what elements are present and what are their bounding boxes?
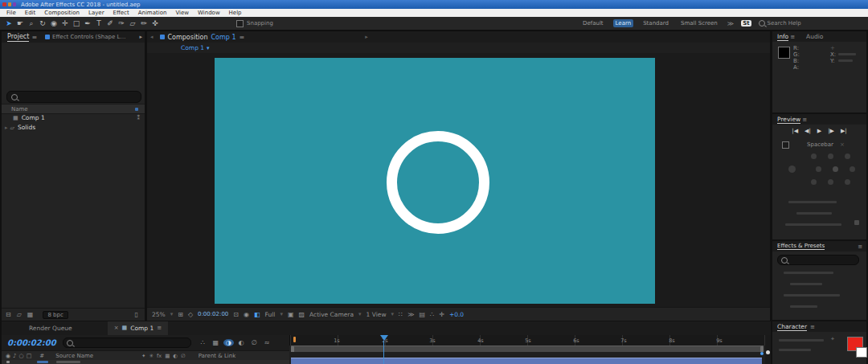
circle-shape[interactable] — [387, 131, 489, 234]
effects-search-input[interactable] — [777, 255, 859, 265]
effects-category-row[interactable] — [784, 272, 833, 274]
menu-file[interactable]: File — [6, 10, 16, 16]
preview-panel-menu-icon[interactable]: ≡ — [802, 117, 807, 123]
include-audio-icon[interactable] — [828, 153, 833, 159]
workspace-small-screen[interactable]: Small Screen — [678, 19, 720, 27]
trash-icon[interactable]: ▯ — [135, 311, 138, 318]
effects-panel-menu-icon[interactable]: ≡ — [858, 243, 862, 250]
composition-mini-flowchart-icon[interactable]: ∴ — [198, 339, 208, 346]
expand-arrow-icon[interactable]: ▸ — [5, 125, 8, 131]
include-video-icon[interactable] — [811, 153, 817, 159]
draft-3d-icon[interactable]: ▦ — [211, 339, 221, 346]
show-snapshot-icon[interactable]: ◉ — [244, 311, 249, 318]
region-of-interest-icon[interactable]: ▣ — [288, 311, 294, 318]
menu-window[interactable]: Window — [198, 10, 220, 16]
fast-previews-icon[interactable]: ≫ — [407, 311, 414, 318]
menu-animation[interactable]: Animation — [138, 10, 167, 16]
preview-include-row-3[interactable] — [772, 175, 866, 188]
navigator-comp-link[interactable]: Comp 1 — [181, 44, 204, 51]
pen-tool-icon[interactable]: ✒ — [82, 19, 93, 27]
type-tool-icon[interactable]: T — [93, 19, 104, 27]
hand-tool-icon[interactable]: ☛ — [14, 19, 26, 27]
3d-view-dropdown-icon[interactable]: ▾ — [358, 311, 362, 317]
play-from-icon[interactable] — [850, 166, 855, 172]
eyedropper-icon[interactable]: ✦ — [830, 336, 835, 342]
loop-icon[interactable] — [788, 166, 796, 173]
menu-help[interactable]: Help — [229, 10, 242, 16]
timeline-panel-menu-icon[interactable]: ≡ — [157, 325, 162, 331]
close-tab-icon[interactable]: × — [114, 325, 119, 331]
workspace-standard[interactable]: Standard — [641, 19, 671, 27]
viewer-timecode[interactable]: 0:00:02:00 — [198, 311, 228, 317]
clone-stamp-tool-icon[interactable]: ✑ — [116, 19, 127, 27]
cache-icon[interactable] — [816, 166, 821, 172]
preview-shortcut-row[interactable]: Spacebar × — [772, 140, 866, 149]
preview-option-toggle[interactable] — [854, 220, 859, 225]
search-help-field[interactable]: Search Help — [759, 20, 801, 27]
motion-blur-switch-icon[interactable]: ∅ — [181, 353, 186, 359]
transparency-grid-icon[interactable]: ▨ — [298, 311, 305, 318]
pixel-aspect-icon[interactable]: ∷ — [399, 311, 403, 318]
track-area[interactable] — [289, 352, 765, 364]
tab-overflow-icon[interactable]: ▸ — [139, 34, 142, 40]
quality-icon[interactable]: ▦ — [165, 353, 170, 359]
collapse-icon[interactable]: ✳ — [149, 353, 154, 359]
play-button[interactable]: ▶ — [817, 128, 821, 134]
timeline-search-input[interactable] — [63, 337, 191, 348]
workspace-overflow-icon[interactable]: ≫ — [727, 20, 734, 27]
roto-brush-tool-icon[interactable]: ✏ — [138, 19, 149, 27]
menu-composition[interactable]: Composition — [44, 10, 80, 16]
camera-tool-icon[interactable]: ◉ — [48, 19, 59, 27]
zoom-tool-icon[interactable]: ⌕ — [26, 19, 37, 28]
effects-category-row[interactable] — [790, 305, 817, 308]
tab-effect-controls[interactable]: Effect Controls (Shape Layer 1) — [52, 34, 126, 40]
font-style-field[interactable] — [779, 349, 811, 351]
tab-project[interactable]: Project — [7, 33, 29, 42]
bit-depth-button[interactable]: 8 bpc — [43, 311, 68, 319]
layer-duration-bar[interactable] — [291, 358, 762, 364]
shy-icon[interactable]: ✦ — [141, 353, 145, 359]
project-search-input[interactable] — [6, 91, 141, 103]
effects-category-row[interactable] — [790, 283, 822, 285]
next-frame-button[interactable]: |▶ — [828, 128, 834, 134]
comp-marker[interactable] — [293, 337, 296, 342]
mini-flowchart-icon[interactable]: ∴ — [430, 311, 434, 318]
snapping-checkbox[interactable] — [236, 20, 244, 27]
workspace-default[interactable]: Default — [580, 19, 606, 27]
effects-category-row[interactable] — [784, 294, 840, 297]
tab-composition[interactable]: Composition — [168, 34, 208, 41]
timeline-button-icon[interactable]: ▤ — [420, 311, 426, 318]
grid-guides-icon[interactable]: ⊞ — [178, 311, 183, 318]
frame-blend-icon[interactable]: ◐ — [173, 353, 178, 359]
character-panel-menu-icon[interactable]: ≡ — [810, 324, 815, 330]
menu-layer[interactable]: Layer — [88, 10, 104, 16]
project-panel-menu-icon[interactable]: ≡ — [31, 34, 37, 41]
panel-scroll-left-icon[interactable]: ◂ — [150, 34, 154, 40]
resolution-dropdown-icon[interactable]: ▾ — [280, 311, 283, 317]
font-family-field[interactable] — [779, 339, 824, 342]
selection-tool-icon[interactable]: ➤ — [3, 19, 14, 27]
last-frame-button[interactable]: ▶| — [841, 128, 847, 134]
layer-label-chip[interactable] — [37, 361, 48, 363]
snapping-control[interactable]: Snapping — [236, 20, 273, 27]
timeline-scrollbar[interactable] — [765, 335, 771, 364]
index-column-label[interactable]: # — [39, 353, 44, 359]
resolution-select[interactable]: Full — [265, 311, 276, 318]
tab-info[interactable]: Info — [777, 33, 788, 41]
tab-overflow-icon[interactable]: ▸ — [365, 34, 368, 40]
option-icon[interactable] — [845, 179, 850, 185]
include-overlays-icon[interactable] — [845, 153, 850, 159]
menu-effect[interactable]: Effect — [113, 10, 129, 16]
view-layout-select[interactable]: 1 View — [366, 311, 387, 318]
3d-view-select[interactable]: Active Camera — [309, 311, 354, 318]
parent-link-column-label[interactable]: Parent & Link — [199, 353, 236, 359]
tab-preview[interactable]: Preview — [777, 116, 800, 124]
option-icon[interactable] — [811, 179, 817, 185]
comp-canvas[interactable] — [215, 58, 655, 304]
brush-tool-icon[interactable]: ✐ — [104, 19, 116, 27]
tab-composition-name[interactable]: Comp 1 — [211, 34, 235, 41]
layer-eye-icon[interactable] — [6, 361, 10, 363]
preview-include-row-1[interactable] — [772, 149, 866, 162]
shape-tool-icon[interactable]: □ — [71, 19, 82, 27]
project-item-solids[interactable]: ▸ ▱ Solids — [2, 123, 145, 132]
